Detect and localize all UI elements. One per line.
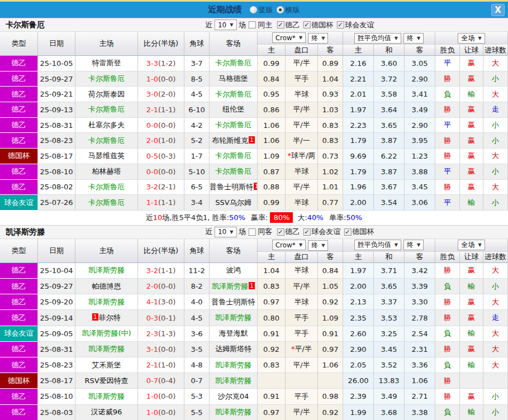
away-team[interactable]: 凯泽斯劳滕 [210,405,258,420]
avg-odds-select[interactable]: 胜平负均值▼ [354,240,401,250]
vertical-layout-label[interactable]: 竖版 [259,5,273,15]
away-team[interactable]: 海登海默 [210,326,258,342]
away-team[interactable]: 卡尔斯鲁厄 [210,87,258,102]
league-checkbox[interactable]: ✓ [303,228,310,236]
league-type-badge: 德乙 [0,56,38,71]
halftime-score: (0-0) [158,168,175,176]
away-team[interactable]: 凯泽斯劳滕 [210,357,258,373]
away-team[interactable]: 波鸿 [210,263,258,279]
match-count-select[interactable]: 10▼ [215,20,236,30]
league-checkbox[interactable]: ✓ [344,228,351,236]
avg-odds-select[interactable]: 胜平负均值▼ [354,33,401,44]
home-team[interactable]: 凯泽斯劳滕 [75,389,138,404]
home-team[interactable]: 特雷斯登 [75,56,138,71]
home-team[interactable]: 卡尔斯鲁厄 [75,102,138,118]
home-team[interactable]: 卡尔斯鲁厄 [75,71,138,87]
match-date: 25-08-02 [38,180,75,195]
home-team[interactable]: 汉诺威96 [75,405,138,420]
league-checkbox[interactable]: ✓ [336,21,344,28]
result-handicap: 輸 [460,279,483,294]
home-team[interactable]: 凯泽斯劳滕 [75,263,138,279]
match-row: 德乙 25-09-27 卡尔斯鲁厄 1-0(0-0) 8-5 马格德堡 0.84… [0,71,508,87]
vertical-layout-radio[interactable] [250,6,257,13]
match-date: 25-08-10 [38,164,75,180]
away-team[interactable]: 凯泽斯劳滕 [210,373,258,389]
odds-away: 0.92 [318,405,343,420]
league-checkbox[interactable]: ✓ [303,21,310,28]
result-win-draw-loss: 平 [435,164,460,180]
home-team-name: RSV爱因特查 [84,376,128,385]
home-team[interactable]: 凯泽斯劳滕 [75,342,138,357]
home-team[interactable]: 马瑟维兹英 [75,149,138,164]
fulltime-score: 3-2 [146,183,158,191]
home-team[interactable]: 杜塞尔多夫 [75,118,138,133]
away-team[interactable]: 达姆斯塔特 [210,342,258,357]
away-team[interactable]: 沙尔克04 [210,389,258,404]
col-home: 主场 [75,239,138,263]
league-type-badge: 德乙 [0,405,38,420]
home-team[interactable]: 帕德博恩 [75,279,138,294]
subcol-avg-home: 主 [343,252,374,263]
away-team[interactable]: 布轮斯维克1 [210,133,258,149]
same-venue-checkbox[interactable] [248,21,255,28]
chevron-down-icon: ▼ [395,242,398,247]
final-avg-select[interactable]: 终▼ [403,240,424,250]
subcol-odds-away: 客 [318,252,343,263]
result-handicap: 輸 [460,326,483,342]
away-team[interactable]: 马格德堡 [210,71,258,87]
away-team[interactable]: SSV乌尔姆 [210,195,258,211]
match-date: 25-09-27 [38,71,75,87]
horizontal-layout-radio[interactable] [277,6,284,13]
chevron-down-icon: ▼ [321,243,325,248]
away-team[interactable]: 卡尔斯鲁厄 [210,118,258,133]
odds-home: 0.99 [258,56,286,71]
home-team[interactable]: 卡尔斯鲁厄 [75,180,138,195]
same-venue-checkbox[interactable] [248,228,255,236]
horizontal-layout-label[interactable]: 横版 [286,5,300,15]
league-checkbox[interactable]: ✓ [277,21,284,28]
away-team[interactable]: 凯泽斯劳滕 [210,310,258,326]
final-odds-select[interactable]: 终▼ [308,240,328,251]
home-team[interactable]: 1菲尔特 [75,310,138,326]
away-team[interactable]: 凯泽斯劳滕1 [210,279,258,294]
home-team[interactable]: 凯泽斯劳滕 [75,294,138,310]
match-count-select[interactable]: 10▼ [215,227,236,237]
final-avg-select[interactable]: 终▼ [403,33,424,44]
home-team[interactable]: 柏林赫塔 [75,164,138,180]
result-handicap: 輸 [460,405,483,420]
result-win-draw-loss: 勝 [435,149,460,164]
result-win-draw-loss: 平 [435,56,460,71]
away-team[interactable]: 普鲁士明斯特 [210,294,258,310]
close-button[interactable]: X [491,4,505,16]
away-team[interactable]: 纽伦堡 [210,102,258,118]
home-team[interactable]: 卡尔斯鲁厄 [75,133,138,149]
away-team[interactable]: 普鲁士明斯特1 [210,180,258,195]
home-team[interactable]: 艾禾斯堡 [75,357,138,373]
league-checkbox[interactable]: ✓ [277,228,284,236]
chevron-down-icon: ▼ [417,242,420,247]
fulltime-score: 0-0 [146,168,158,176]
avg-away-odds: 3.30 [405,294,435,310]
odds-company-select[interactable]: Crow*▼ [272,32,306,43]
home-team[interactable]: RSV爱因特查 [75,373,138,389]
result-handicap: 赢 [460,180,483,195]
scope-select[interactable]: 全场▼ [458,33,485,44]
odds-away: 1.06 [318,357,343,373]
home-team[interactable]: 凯泽斯劳滕(中) [75,326,138,342]
home-team[interactable]: 荷尔斯泰因 [75,87,138,102]
away-team[interactable]: 卡尔斯鲁厄 [210,149,258,164]
result-goals-over-under: 大 [483,87,508,102]
handicap-line: 平/半 [286,56,318,71]
recent-results-table: 类型 日期 主场 比分(半场) 角球 客场 Crow*▼ 终▼ 胜平负均值▼ 终… [0,32,508,211]
handicap-line: 半球 [286,263,318,279]
away-team[interactable]: 卡尔斯鲁厄 [210,56,258,71]
handicap-line: *平/半 [286,342,318,357]
league-label: 德乙 [285,20,300,30]
odds-company-select[interactable]: Crow*▼ [272,240,306,250]
scope-select[interactable]: 全场▼ [458,240,485,250]
home-team[interactable]: 卡尔斯鲁厄 [75,195,138,211]
final-odds-select[interactable]: 终▼ [308,33,328,44]
avg-away-odds: 3.41 [405,87,435,102]
away-team[interactable]: 卡尔斯鲁厄 [210,164,258,180]
result-handicap: 赢 [460,310,483,326]
